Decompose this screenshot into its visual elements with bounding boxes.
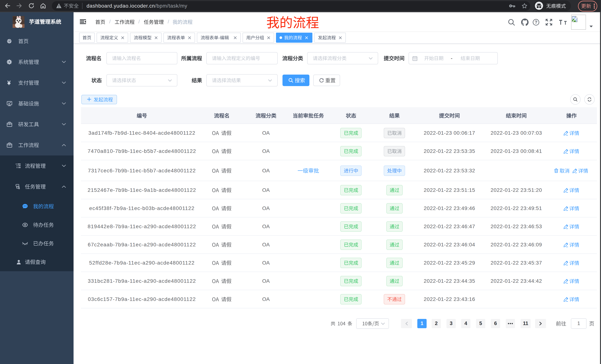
svg-text:?: ? <box>535 20 538 25</box>
